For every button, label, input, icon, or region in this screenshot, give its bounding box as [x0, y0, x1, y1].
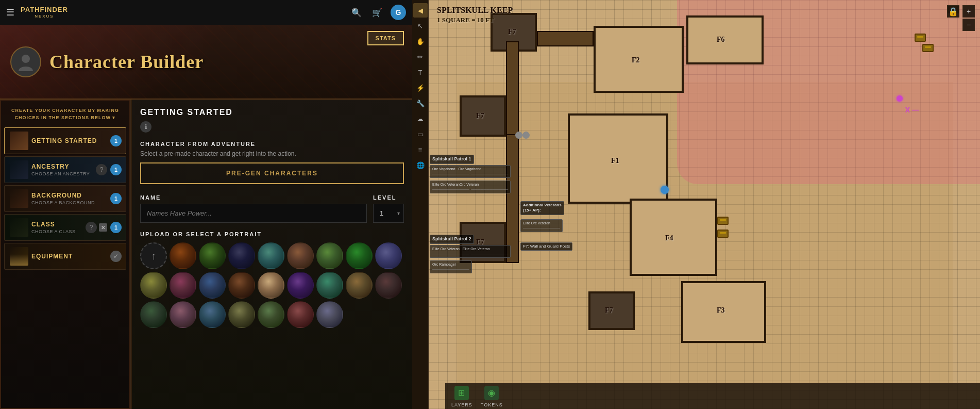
sidebar-item-getting-started[interactable]: GETTING STARTED 1	[4, 127, 126, 154]
enemy-group-patrol1: Splitskull Patrol 1	[430, 155, 474, 164]
search-icon[interactable]: 🔍	[349, 6, 364, 20]
portrait-item[interactable]	[199, 301, 226, 328]
room-f3: F3	[681, 281, 766, 343]
sidebar-item-equipment[interactable]: EQUIPMENT ✓	[4, 243, 126, 270]
portrait-item[interactable]	[346, 272, 373, 299]
sidebar-item-ancestry[interactable]: ANCESTRY CHOOSE AN ANCESTRY ? 1	[4, 156, 126, 183]
enemy-group-orc-vagabond: Orc Vagabond Orc Vagabond ———————————— —…	[430, 165, 511, 178]
pointer-tool[interactable]: ↖	[413, 19, 428, 33]
globe-tool[interactable]: 🌐	[413, 158, 428, 172]
corridor-1	[537, 31, 594, 46]
map-toolbar: ◀ ↖ ✋ ✏ T ⚡ 🔧 ☁ ▭ ≡ 🌐	[412, 0, 429, 409]
portrait-item[interactable]	[316, 242, 343, 269]
zoom-in-button[interactable]: +	[962, 5, 975, 18]
portrait-item[interactable]	[228, 272, 255, 299]
portrait-item[interactable]	[170, 242, 196, 269]
collapse-map-tool[interactable]: ◀	[413, 3, 428, 18]
pan-tool[interactable]: ✋	[413, 34, 428, 48]
page-title: Character Builder	[49, 51, 204, 73]
room-f6: F6	[686, 15, 764, 64]
sidebar-item-background[interactable]: BACKGROUND CHOOSE A BACKGROUND 1	[4, 185, 126, 212]
menu-icon[interactable]: ☰	[6, 7, 14, 18]
portrait-item[interactable]	[140, 272, 167, 299]
top-nav: ☰ PATHFINDER NEXUS 🔍 🛒 G	[0, 0, 412, 25]
name-label: NAME	[140, 194, 367, 201]
level-select-wrapper: 123 ▾	[373, 204, 404, 223]
tokens-button[interactable]: ◉ TOKENS	[481, 386, 503, 407]
zoom-out-button[interactable]: −	[962, 19, 975, 31]
x-badge-class: ✕	[99, 223, 107, 232]
sidebar-badge-class: 1	[110, 222, 122, 233]
portrait-item[interactable]	[287, 242, 314, 269]
map-title-line1: SPLITSKULL KEEP	[437, 5, 513, 16]
from-adventure-desc: Select a pre-made character and get righ…	[140, 150, 404, 157]
portrait-item[interactable]	[170, 272, 196, 299]
upload-portrait-button[interactable]: ↑	[140, 242, 167, 269]
list-tool[interactable]: ≡	[413, 142, 428, 157]
text-tool[interactable]: T	[413, 65, 428, 79]
lighting-tool[interactable]: ⚡	[413, 80, 428, 95]
portrait-item[interactable]	[316, 301, 343, 328]
room-label-f7-2: F7	[476, 112, 484, 120]
char-avatar	[10, 46, 41, 77]
portrait-item[interactable]	[287, 301, 314, 328]
portrait-item[interactable]	[346, 242, 373, 269]
map-title: SPLITSKULL KEEP 1 SQUARE = 10 FT	[437, 5, 513, 25]
map-chest-3	[717, 217, 729, 225]
sidebar-portrait-equipment	[10, 247, 28, 266]
x-marker: X —	[905, 106, 919, 114]
main-content: CREATE YOUR CHARACTER BY MAKING CHOICES …	[0, 100, 412, 409]
sidebar-portrait-background	[10, 189, 28, 208]
svg-point-0	[22, 55, 30, 63]
portrait-item[interactable]	[228, 242, 255, 269]
map-minimap-button[interactable]: 🔒	[947, 5, 959, 18]
portrait-item[interactable]	[258, 301, 284, 328]
zoom-controls: + −	[962, 5, 975, 31]
sidebar-item-title-background: BACKGROUND	[31, 192, 107, 199]
map-container[interactable]: SPLITSKULL KEEP 1 SQUARE = 10 FT 50 + − …	[429, 0, 980, 409]
portrait-item[interactable]	[375, 272, 402, 299]
enemy-group-elite-orc: Elite Orc VeteranOrc Veteran ———————————…	[430, 181, 511, 193]
sidebar-header: CREATE YOUR CHARACTER BY MAKING CHOICES …	[4, 105, 126, 123]
cart-icon[interactable]: 🛒	[370, 6, 384, 20]
room-label-f6: F6	[717, 36, 725, 44]
stats-button[interactable]: STATS	[367, 31, 404, 45]
portrait-item[interactable]	[287, 272, 314, 299]
enemy-group-rampager: Orc Rampager ————————————	[430, 260, 472, 273]
sidebar-item-title-equipment: EQUIPMENT	[31, 253, 107, 260]
user-avatar[interactable]: G	[391, 5, 406, 20]
portrait-item[interactable]	[258, 272, 284, 299]
name-group: NAME	[140, 194, 367, 223]
level-select[interactable]: 123	[373, 204, 404, 223]
sidebar-item-class[interactable]: CLASS CHOOSE A CLASS ? ✕ 1	[4, 214, 126, 241]
info-icon[interactable]: ℹ	[140, 121, 151, 133]
portrait-item[interactable]	[170, 301, 196, 328]
left-panel: ☰ PATHFINDER NEXUS 🔍 🛒 G Character Build…	[0, 0, 412, 409]
portrait-item[interactable]	[316, 272, 343, 299]
logo: PATHFINDER NEXUS	[21, 6, 68, 18]
layers-label: LAYERS	[451, 402, 472, 407]
content-section-title: GETTING STARTED	[140, 108, 404, 117]
portrait-item[interactable]	[199, 272, 226, 299]
settings-tool[interactable]: 🔧	[413, 96, 428, 110]
portrait-grid: ↑	[140, 242, 404, 328]
corridor-bottom	[506, 134, 519, 263]
portrait-item[interactable]	[199, 242, 226, 269]
portrait-item[interactable]	[228, 301, 255, 328]
sidebar-item-sub-background: CHOOSE A BACKGROUND	[31, 200, 107, 205]
name-input[interactable]	[140, 204, 367, 223]
pregen-button[interactable]: PRE-GEN CHARACTERS	[140, 162, 404, 184]
measure-tool[interactable]: ▭	[413, 127, 428, 141]
portrait-item[interactable]	[375, 242, 402, 269]
map-purple-marker	[897, 95, 903, 102]
room-label-f2: F2	[632, 56, 640, 64]
portrait-item[interactable]	[140, 301, 167, 328]
fog-tool[interactable]: ☁	[413, 111, 428, 126]
draw-tool[interactable]: ✏	[413, 50, 428, 64]
room-label-f3: F3	[717, 306, 725, 315]
sidebar-item-title-ancestry: ANCESTRY	[31, 163, 93, 170]
portrait-item[interactable]	[258, 242, 284, 269]
sidebar-portrait-ancestry	[10, 160, 28, 179]
upload-icon: ↑	[151, 250, 156, 262]
layers-button[interactable]: ⊞ LAYERS	[451, 386, 472, 407]
